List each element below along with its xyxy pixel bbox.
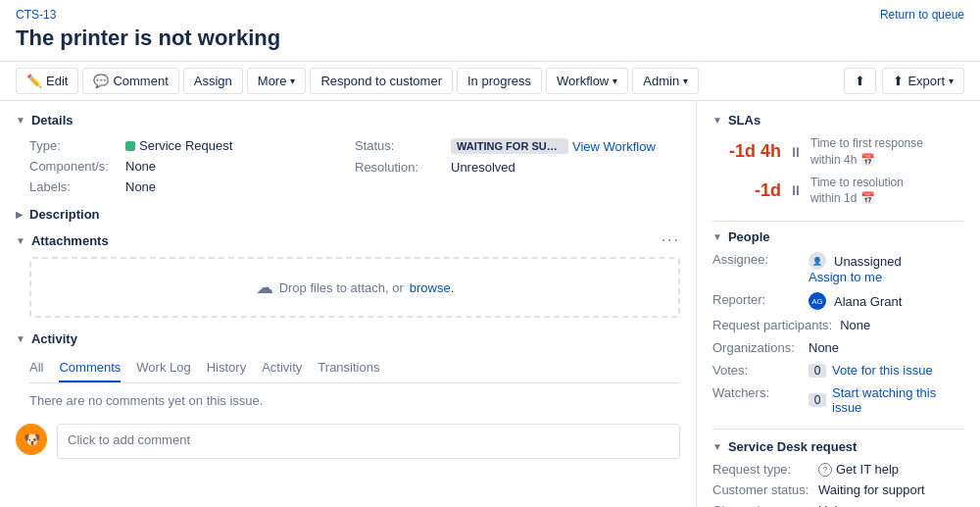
attachments-section-header[interactable]: ▼ Attachments ··· [16, 231, 680, 249]
activity-collapse-icon: ▼ [16, 333, 25, 344]
resolution-row: Resolution: Unresolved [355, 157, 680, 177]
workflow-chevron-icon: ▾ [612, 76, 617, 86]
votes-row: Votes: 0 Vote for this issue [712, 363, 964, 378]
sla-pause-icon-1: ⏸ [789, 144, 803, 160]
request-type-label: Request type: [712, 462, 810, 477]
attachments-collapse-icon: ▼ [16, 235, 25, 246]
comment-input[interactable]: Click to add comment [57, 424, 680, 459]
status-value: WAITING FOR SUPP... View Workflow [451, 138, 656, 154]
tab-worklog[interactable]: Work Log [136, 354, 190, 382]
respond-customer-button[interactable]: Respond to customer [310, 68, 453, 94]
view-workflow-link[interactable]: View Workflow [572, 139, 656, 154]
request-type-row: Request type: ? Get IT help [712, 462, 964, 477]
sla-desc-1: Time to first response within 4h 📅 [810, 135, 923, 169]
vote-link[interactable]: Vote for this issue [832, 363, 933, 378]
calendar-icon-2: 📅 [860, 191, 875, 205]
details-section-header[interactable]: ▼ Details [16, 113, 680, 127]
sla-people-divider [712, 221, 964, 222]
export-chevron-icon: ▾ [949, 76, 954, 86]
labels-row: Labels: None [29, 177, 355, 197]
left-column: ▼ Details Type: Service Request Componen… [0, 101, 696, 507]
sla-sub-1: within 4h 📅 [810, 152, 923, 169]
share-button[interactable]: ⬆ [844, 68, 876, 94]
sla-title: SLAs [728, 113, 760, 127]
activity-title: Activity [31, 331, 77, 346]
watchers-label: Watchers: [712, 385, 801, 400]
comment-box: 🐶 Click to add comment [16, 424, 680, 459]
tab-history[interactable]: History [207, 354, 246, 382]
type-label: Type: [29, 138, 118, 153]
sla-pause-icon-2: ⏸ [789, 182, 803, 198]
channel-value: Unknown [818, 503, 871, 507]
avatar: 🐶 [16, 424, 47, 455]
admin-button[interactable]: Admin ▾ [632, 68, 699, 94]
details-title: Details [31, 113, 74, 127]
assign-button[interactable]: Assign [183, 68, 243, 94]
customer-status-row: Customer status: Waiting for support [712, 482, 964, 497]
component-value: None [125, 159, 156, 174]
tab-all[interactable]: All [29, 354, 43, 382]
reporter-label: Reporter: [712, 292, 801, 307]
organizations-row: Organizations: None [712, 340, 964, 355]
watch-link[interactable]: Start watching this issue [832, 385, 964, 415]
assign-to-me-link[interactable]: Assign to me [808, 270, 902, 284]
return-to-queue-link[interactable]: Return to queue [880, 8, 964, 22]
activity-tabs: All Comments Work Log History Activity T… [29, 354, 680, 383]
workflow-button[interactable]: Workflow ▾ [546, 68, 628, 94]
sla-item-2: -1d ⏸ Time to resolution within 1d 📅 [712, 175, 964, 208]
no-comments-text: There are no comments yet on this issue. [29, 393, 680, 408]
page-title: The printer is not working [0, 25, 980, 61]
browse-link[interactable]: browse. [410, 280, 455, 295]
export-icon: ⬆ [893, 74, 904, 88]
votes-count: 0 [808, 364, 826, 378]
edit-button[interactable]: ✏️ Edit [16, 68, 78, 94]
attachments-section: ▼ Attachments ··· ☁ Drop files to attach… [16, 231, 680, 318]
sla-section: ▼ SLAs -1d 4h ⏸ Time to first response w… [712, 113, 964, 207]
service-desk-section: ▼ Service Desk request Request type: ? G… [712, 429, 964, 507]
drop-zone[interactable]: ☁ Drop files to attach, or browse. [29, 257, 680, 318]
status-badge: WAITING FOR SUPP... [451, 138, 568, 154]
details-grid: Type: Service Request Component/s: None … [29, 135, 680, 197]
sla-sub-2: within 1d 📅 [810, 190, 904, 207]
tab-activity[interactable]: Activity [262, 354, 302, 382]
service-request-dot [125, 141, 135, 151]
activity-section: ▼ Activity All Comments Work Log History… [16, 331, 680, 459]
top-bar: CTS-13 Return to queue [0, 0, 980, 25]
reporter-value: AG Alana Grant [808, 292, 902, 310]
tab-comments[interactable]: Comments [59, 354, 121, 382]
component-row: Component/s: None [29, 156, 355, 177]
admin-chevron-icon: ▾ [683, 76, 688, 86]
status-row: Status: WAITING FOR SUPP... View Workflo… [355, 135, 680, 157]
reporter-row: Reporter: AG Alana Grant [712, 292, 964, 310]
request-type-value: ? Get IT help [818, 462, 899, 477]
more-button[interactable]: More ▾ [247, 68, 307, 94]
help-icon: ? [818, 463, 832, 477]
details-left: Type: Service Request Component/s: None … [29, 135, 355, 197]
type-value: Service Request [125, 138, 232, 153]
attachments-more-button[interactable]: ··· [662, 231, 680, 249]
labels-label: Labels: [29, 179, 118, 194]
channel-label: Channel: [712, 503, 810, 507]
sla-section-header: ▼ SLAs [712, 113, 964, 127]
attachments-title: Attachments [31, 233, 109, 248]
request-participants-label: Request participants: [712, 318, 832, 332]
resolution-value: Unresolved [451, 160, 515, 175]
in-progress-button[interactable]: In progress [457, 68, 542, 94]
description-section-header[interactable]: ▶ Description [16, 207, 680, 222]
edit-icon: ✏️ [26, 74, 42, 88]
issue-id-link[interactable]: CTS-13 [16, 8, 56, 22]
assignee-value: 👤 Unassigned Assign to me [808, 252, 902, 284]
upload-icon: ☁ [256, 277, 273, 298]
component-label: Component/s: [29, 159, 118, 174]
export-button[interactable]: ⬆ Export ▾ [882, 68, 964, 94]
people-collapse-icon: ▼ [712, 231, 722, 242]
activity-section-header[interactable]: ▼ Activity [16, 331, 680, 346]
service-desk-collapse-icon: ▼ [712, 441, 722, 452]
comment-button[interactable]: 💬 Comment [82, 68, 178, 94]
people-section-header: ▼ People [712, 229, 964, 244]
watchers-row: Watchers: 0 Start watching this issue [712, 385, 964, 415]
tab-transitions[interactable]: Transitions [318, 354, 379, 382]
type-row: Type: Service Request [29, 135, 355, 156]
assignee-label: Assignee: [712, 252, 801, 267]
details-right: Status: WAITING FOR SUPP... View Workflo… [355, 135, 680, 197]
